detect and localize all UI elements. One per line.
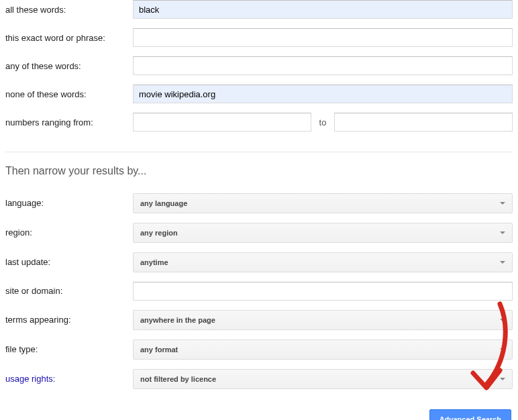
exact-phrase-label: this exact word or phrase: xyxy=(5,33,133,43)
last-update-select[interactable]: anytime xyxy=(133,252,513,272)
range-to-label: to xyxy=(311,117,335,127)
chevron-down-icon xyxy=(500,261,505,264)
range-to-input[interactable] xyxy=(334,113,513,132)
usage-rights-select[interactable]: not filtered by licence xyxy=(133,369,513,389)
narrow-heading: Then narrow your results by... xyxy=(5,164,153,178)
number-range-label: numbers ranging from: xyxy=(5,117,133,127)
last-update-label: last update: xyxy=(5,257,133,267)
file-type-value: any format xyxy=(140,346,178,354)
file-type-select[interactable]: any format xyxy=(133,339,513,360)
terms-appearing-select[interactable]: anywhere in the page xyxy=(133,310,513,330)
chevron-down-icon xyxy=(500,378,505,380)
language-label: language: xyxy=(5,198,133,208)
chevron-down-icon xyxy=(500,202,505,205)
terms-appearing-value: anywhere in the page xyxy=(140,316,215,324)
chevron-down-icon xyxy=(500,231,505,234)
all-words-input[interactable] xyxy=(133,0,513,19)
any-words-label: any of these words: xyxy=(5,61,133,71)
site-domain-label: site or domain: xyxy=(5,286,133,296)
terms-appearing-label: terms appearing: xyxy=(5,315,133,325)
range-from-input[interactable] xyxy=(133,113,311,132)
divider xyxy=(5,152,513,152)
any-words-input[interactable] xyxy=(133,56,513,75)
advanced-search-button[interactable]: Advanced Search xyxy=(429,409,511,420)
site-domain-input[interactable] xyxy=(133,282,513,301)
exact-phrase-input[interactable] xyxy=(133,28,513,47)
none-words-label: none of these words: xyxy=(5,89,133,99)
region-label: region: xyxy=(5,227,133,238)
file-type-label: file type: xyxy=(5,344,133,354)
language-value: any language xyxy=(140,199,187,207)
region-select[interactable]: any region xyxy=(133,223,513,243)
none-words-input[interactable] xyxy=(133,85,513,103)
last-update-value: anytime xyxy=(140,258,168,266)
all-words-label: all these words: xyxy=(5,5,133,15)
region-value: any region xyxy=(140,229,178,237)
usage-rights-label[interactable]: usage rights: xyxy=(5,374,133,384)
chevron-down-icon xyxy=(500,348,505,351)
usage-rights-value: not filtered by licence xyxy=(140,375,216,383)
language-select[interactable]: any language xyxy=(133,193,513,213)
chevron-down-icon xyxy=(500,319,505,321)
